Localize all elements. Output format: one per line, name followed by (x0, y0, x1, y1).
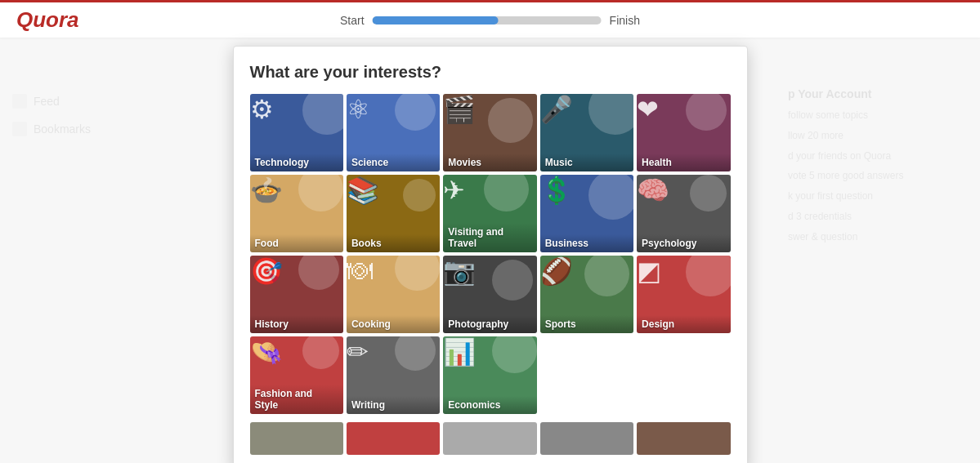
interest-card-economics[interactable]: 📊 Economics (443, 336, 536, 414)
progress-bar-fill (373, 16, 499, 24)
partial-card-5[interactable] (637, 422, 730, 455)
food-icon: 🍲 (250, 176, 283, 205)
progress-area: Start Finish (340, 14, 640, 27)
science-label: Science (347, 154, 440, 171)
interest-card-history[interactable]: 🎯 History (250, 256, 343, 333)
psychology-label: Psychology (637, 234, 730, 252)
technology-icon: ⚙ (250, 95, 274, 124)
health-icon: ❤ (637, 95, 659, 124)
modal-overlay: What are your interests? ⚙ Technology ⚛ … (0, 38, 980, 463)
history-icon: 🎯 (250, 256, 283, 286)
interest-card-food[interactable]: 🍲 Food (250, 175, 343, 252)
progress-bar (373, 16, 602, 24)
music-label: Music (540, 154, 633, 171)
modal-title: What are your interests? (250, 63, 731, 82)
interest-card-business[interactable]: 💲 Business (540, 175, 633, 252)
interest-card-books[interactable]: 📚 Books (347, 175, 440, 252)
fashion-icon: 👒 (250, 337, 283, 367)
sports-icon: 🏈 (540, 256, 573, 286)
cooking-icon: 🍽 (347, 256, 373, 285)
partial-card-4[interactable] (540, 422, 633, 455)
health-label: Health (637, 154, 730, 171)
movies-icon: 🎬 (443, 95, 476, 124)
partial-card-1[interactable] (250, 422, 343, 455)
interest-card-design[interactable]: ◩ Design (637, 256, 730, 333)
interest-card-technology[interactable]: ⚙ Technology (250, 94, 343, 171)
design-label: Design (637, 315, 730, 333)
interest-card-fashion[interactable]: 👒 Fashion and Style (250, 336, 343, 414)
partial-row (250, 422, 731, 455)
economics-icon: 📊 (443, 337, 476, 367)
interests-modal: What are your interests? ⚙ Technology ⚛ … (233, 46, 748, 463)
interest-card-movies[interactable]: 🎬 Movies (443, 94, 536, 171)
interests-grid: ⚙ Technology ⚛ Science 🎬 Movies 🎤 Music … (250, 94, 731, 414)
movies-label: Movies (443, 154, 536, 171)
progress-start-label: Start (340, 14, 365, 27)
interest-card-cooking[interactable]: 🍽 Cooking (347, 256, 440, 333)
food-label: Food (250, 234, 343, 252)
interest-card-writing[interactable]: ✏ Writing (347, 336, 440, 414)
economics-label: Economics (443, 396, 536, 414)
history-label: History (250, 315, 343, 333)
books-label: Books (347, 234, 440, 252)
interest-card-visiting[interactable]: ✈ Visiting and Travel (443, 175, 536, 252)
writing-label: Writing (347, 396, 440, 414)
partial-card-2[interactable] (347, 422, 440, 455)
interest-card-science[interactable]: ⚛ Science (347, 94, 440, 171)
cooking-label: Cooking (347, 315, 440, 333)
top-nav: Quora Start Finish (0, 0, 980, 38)
progress-finish-label: Finish (610, 14, 640, 27)
business-icon: 💲 (540, 176, 573, 205)
science-icon: ⚛ (347, 95, 370, 124)
fashion-label: Fashion and Style (250, 385, 343, 414)
partial-card-3[interactable] (443, 422, 536, 455)
interest-card-health[interactable]: ❤ Health (637, 94, 730, 171)
sports-label: Sports (540, 315, 633, 333)
interest-card-music[interactable]: 🎤 Music (540, 94, 633, 171)
interest-card-photography[interactable]: 📷 Photography (443, 256, 536, 333)
visiting-icon: ✈ (443, 176, 465, 205)
writing-icon: ✏ (347, 337, 369, 367)
business-label: Business (540, 234, 633, 252)
music-icon: 🎤 (540, 95, 573, 124)
logo: Quora (16, 7, 79, 33)
interest-card-psychology[interactable]: 🧠 Psychology (637, 175, 730, 252)
design-icon: ◩ (637, 256, 661, 286)
psychology-icon: 🧠 (637, 176, 669, 205)
books-icon: 📚 (347, 176, 379, 205)
visiting-label: Visiting and Travel (443, 223, 536, 252)
interest-card-sports[interactable]: 🏈 Sports (540, 256, 633, 333)
photography-label: Photography (443, 315, 536, 333)
photography-icon: 📷 (443, 256, 476, 286)
technology-label: Technology (250, 154, 343, 171)
